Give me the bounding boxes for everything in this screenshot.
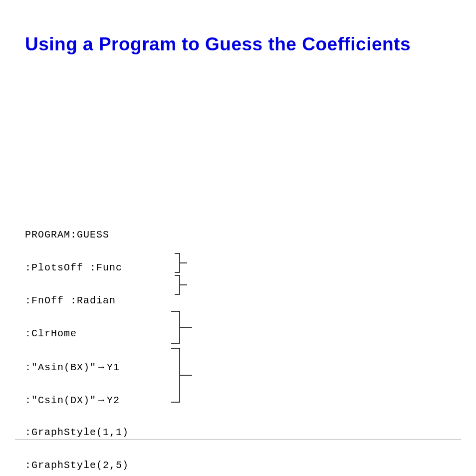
code-fragment: Y1	[107, 362, 120, 373]
program-code: PROGRAM:GUESS :PlotsOff :Func :FnOff :Ra…	[25, 208, 454, 476]
code-fragment: :"Csin(DX)"	[25, 395, 96, 406]
store-arrow-icon: →	[96, 394, 107, 405]
code-fragment: :"Asin(BX)"	[25, 362, 96, 373]
code-line: PROGRAM:GUESS	[25, 230, 454, 240]
code-area: PROGRAM:GUESS :PlotsOff :Func :FnOff :Ra…	[25, 208, 454, 476]
code-line: :"Asin(BX)"→Y1	[25, 361, 454, 372]
code-line: :GraphStyle(2,5)	[25, 460, 454, 471]
store-arrow-icon: →	[96, 361, 107, 372]
document-page: Using a Program to Guess the Coefficient…	[0, 0, 476, 476]
code-line: :ClrHome	[25, 328, 454, 339]
code-line: :GraphStyle(1,1)	[25, 427, 454, 438]
divider	[15, 439, 461, 440]
code-fragment: Y2	[107, 395, 120, 406]
code-line: :PlotsOff :Func	[25, 262, 454, 273]
page-title: Using a Program to Guess the Coefficient…	[25, 34, 451, 55]
code-line: :FnOff :Radian	[25, 295, 454, 306]
code-line: :"Csin(DX)"→Y2	[25, 394, 454, 405]
